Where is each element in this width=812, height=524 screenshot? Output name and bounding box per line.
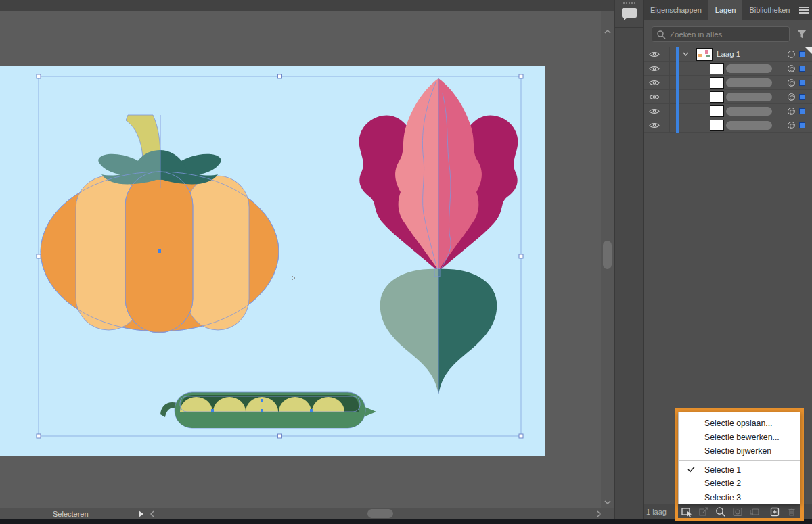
target-circle-icon[interactable] <box>788 79 795 87</box>
checkmark-icon <box>687 466 695 473</box>
menu-item-selectie-opslaan[interactable]: Selectie opslaan... <box>679 416 800 431</box>
vertical-scrollbar[interactable] <box>601 11 614 508</box>
selection-color-square[interactable] <box>799 51 805 57</box>
menu-item-selectie-3[interactable]: Selectie 3 <box>679 491 800 505</box>
collapsed-panel-dock <box>614 0 643 524</box>
tutorial-highlight-box: Selectie opslaan... Selectie bewerken...… <box>675 408 804 521</box>
scroll-left-icon[interactable] <box>150 510 154 517</box>
visibility-eye-icon[interactable] <box>649 65 660 72</box>
sublayer-thumbnail[interactable] <box>710 77 724 89</box>
layer-selection-bar <box>676 76 679 90</box>
filter-funnel-icon[interactable] <box>796 29 807 39</box>
sublayer-row[interactable] <box>644 104 812 118</box>
sublayer-row[interactable] <box>644 62 812 76</box>
illustrator-window: Selecteren EigenschappenLagenBibliotheke… <box>0 0 812 524</box>
layer-selection-bar <box>676 104 679 118</box>
layer-selection-bar <box>676 47 679 62</box>
sublayer-name-pill[interactable] <box>726 107 772 116</box>
menu-item-selectie-bijwerken[interactable]: Selectie bijwerken <box>679 444 800 458</box>
comments-panel-button[interactable] <box>615 0 644 28</box>
pumpkin-center-anchor[interactable] <box>158 249 161 253</box>
visibility-eye-icon[interactable] <box>649 79 660 87</box>
search-row <box>644 20 812 47</box>
selection-color-square[interactable] <box>799 122 805 128</box>
target-circle-icon[interactable] <box>788 51 795 58</box>
panel-menu-icon[interactable] <box>799 7 809 14</box>
panel-corner-notch <box>805 47 812 55</box>
tab-eigenschappen[interactable]: Eigenschappen <box>644 0 708 20</box>
panel-tab-bar: EigenschappenLagenBibliotheken <box>644 0 812 20</box>
selection-context-menu: Selectie opslaan... Selectie bewerken...… <box>678 412 800 504</box>
horizontal-scroll-thumb[interactable] <box>367 509 393 518</box>
selection-color-square[interactable] <box>799 108 805 114</box>
layer-name[interactable]: Laag 1 <box>717 50 740 58</box>
search-box[interactable] <box>652 26 790 42</box>
pumpkin-illustration[interactable] <box>41 115 279 333</box>
chevron-down-icon[interactable] <box>683 52 689 56</box>
target-circle-icon[interactable] <box>788 65 795 72</box>
beet-illustration[interactable] <box>359 78 518 394</box>
tool-status-label: Selecteren <box>53 510 89 518</box>
canvas-area[interactable]: Selecteren <box>0 0 614 524</box>
visibility-eye-icon[interactable] <box>649 51 660 58</box>
dock-grip-dots <box>623 2 635 4</box>
selection-color-square[interactable] <box>799 66 805 72</box>
tab-bibliotheken[interactable]: Bibliotheken <box>742 0 796 20</box>
tab-lagen[interactable]: Lagen <box>708 0 743 20</box>
sublayer-thumbnail[interactable] <box>710 120 724 131</box>
sublayer-name-pill[interactable] <box>726 78 772 87</box>
reference-point-cross <box>292 276 296 280</box>
scroll-right-icon[interactable] <box>597 510 601 517</box>
layer-row-laag-1[interactable]: Laag 1 <box>644 47 812 62</box>
selection-color-square[interactable] <box>799 94 805 100</box>
layer-selection-bar <box>676 90 679 104</box>
beet-root-right[interactable] <box>438 269 497 394</box>
status-bar: Selecteren <box>0 508 614 519</box>
pea-pod-illustration[interactable] <box>160 392 376 428</box>
sublayer-name-pill[interactable] <box>726 64 772 73</box>
sublayer-thumbnail[interactable] <box>710 91 724 103</box>
sublayer-row[interactable] <box>644 90 812 104</box>
menu-separator <box>679 460 800 461</box>
menu-item-selectie-1[interactable]: Selectie 1 <box>679 463 800 477</box>
menu-item-selectie-bewerken[interactable]: Selectie bewerken... <box>679 431 800 445</box>
layer-count-label: 1 laag <box>646 508 667 516</box>
scroll-down-icon[interactable] <box>604 500 611 504</box>
target-circle-icon[interactable] <box>788 108 795 115</box>
layer-selection-bar <box>676 62 679 76</box>
artboard[interactable] <box>0 66 545 456</box>
sublayer-name-pill[interactable] <box>726 121 772 130</box>
visibility-eye-icon[interactable] <box>649 108 660 115</box>
search-input[interactable] <box>670 28 786 41</box>
scroll-up-icon[interactable] <box>604 30 611 34</box>
layer-selection-bar <box>676 118 679 133</box>
sublayer-name-pill[interactable] <box>726 93 772 101</box>
layer-thumbnail[interactable] <box>696 48 713 61</box>
target-circle-icon[interactable] <box>788 93 795 101</box>
sublayer-row[interactable] <box>644 76 812 90</box>
canvas-top-strip <box>0 0 614 11</box>
sublayer-thumbnail[interactable] <box>710 63 724 74</box>
beet-root-left[interactable] <box>380 269 438 394</box>
visibility-eye-icon[interactable] <box>649 122 660 129</box>
sublayer-row[interactable] <box>644 118 812 133</box>
vertical-scroll-thumb[interactable] <box>603 241 612 269</box>
visibility-eye-icon[interactable] <box>649 93 660 101</box>
status-expand-icon[interactable] <box>139 510 143 517</box>
comment-bubble-icon <box>622 7 637 21</box>
sublayer-thumbnail[interactable] <box>710 105 724 117</box>
search-icon <box>657 30 666 39</box>
target-circle-icon[interactable] <box>788 122 795 129</box>
selection-color-square[interactable] <box>799 80 805 86</box>
menu-item-selectie-2[interactable]: Selectie 2 <box>679 477 800 491</box>
